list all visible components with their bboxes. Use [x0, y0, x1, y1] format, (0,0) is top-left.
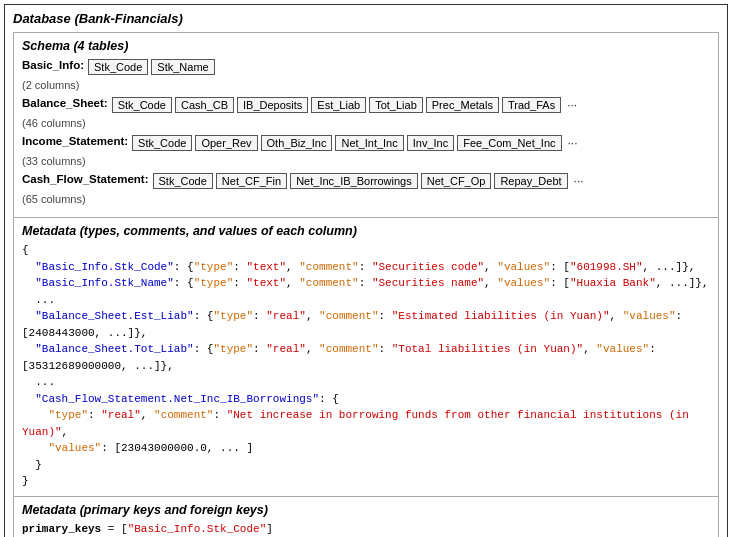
col-cash-cb: Cash_CB	[175, 97, 234, 113]
col-oper-rev: Oper_Rev	[195, 135, 257, 151]
cash-flow-ellipsis: ···	[574, 174, 584, 188]
schema-title: Schema (4 tables)	[22, 39, 710, 53]
metadata-code: { "Basic_Info.Stk_Code": {"type": "text"…	[22, 242, 710, 490]
schema-section: Schema (4 tables) Basic_Info: Stk_Code S…	[13, 32, 719, 218]
basic-info-row: Basic_Info: Stk_Code Stk_Name	[22, 59, 710, 75]
col-oth-biz-inc: Oth_Biz_Inc	[261, 135, 333, 151]
metadata-section: Metadata (types, comments, and values of…	[13, 218, 719, 497]
col-stk-name: Stk_Name	[151, 59, 214, 75]
col-net-int-inc: Net_Int_Inc	[335, 135, 403, 151]
cash-flow-label: Cash_Flow_Statement:	[22, 173, 149, 185]
main-title: Database (Bank-Financials)	[13, 11, 719, 26]
col-net-inc-ib: Net_Inc_IB_Borrowings	[290, 173, 418, 189]
pk-line: primary_keys = ["Basic_Info.Stk_Code"]	[22, 521, 710, 538]
basic-info-columns: Stk_Code Stk_Name	[88, 59, 215, 75]
basic-info-label: Basic_Info:	[22, 59, 84, 71]
basic-info-sub: (2 columns)	[22, 79, 710, 91]
col-repay-debt: Repay_Debt	[494, 173, 567, 189]
col-ib-deposits: IB_Deposits	[237, 97, 308, 113]
table-basic-info: Basic_Info: Stk_Code Stk_Name (2 columns…	[22, 59, 710, 91]
col-net-cf-op: Net_CF_Op	[421, 173, 492, 189]
table-income-statement: Income_Statement: Stk_Code Oper_Rev Oth_…	[22, 135, 710, 167]
income-ellipsis: ···	[568, 136, 578, 150]
col-prec-metals: Prec_Metals	[426, 97, 499, 113]
cash-flow-sub: (65 columns)	[22, 193, 710, 205]
pk-keyword: primary_keys	[22, 523, 101, 535]
income-statement-row: Income_Statement: Stk_Code Oper_Rev Oth_…	[22, 135, 710, 151]
cash-flow-columns: Stk_Code Net_CF_Fin Net_Inc_IB_Borrowing…	[153, 173, 584, 189]
balance-ellipsis: ···	[567, 98, 577, 112]
table-cash-flow: Cash_Flow_Statement: Stk_Code Net_CF_Fin…	[22, 173, 710, 205]
col-stk-code-2: Stk_Code	[112, 97, 172, 113]
income-statement-sub: (33 columns)	[22, 155, 710, 167]
col-inv-inc: Inv_Inc	[407, 135, 454, 151]
balance-sheet-label: Balance_Sheet:	[22, 97, 108, 109]
col-tot-liab: Tot_Liab	[369, 97, 423, 113]
col-stk-code-1: Stk_Code	[88, 59, 148, 75]
col-stk-code-4: Stk_Code	[153, 173, 213, 189]
table-balance-sheet: Balance_Sheet: Stk_Code Cash_CB IB_Depos…	[22, 97, 710, 129]
pk-section: Metadata (primary keys and foreign keys)…	[13, 497, 719, 538]
col-stk-code-3: Stk_Code	[132, 135, 192, 151]
metadata-title: Metadata (types, comments, and values of…	[22, 224, 710, 238]
balance-sheet-sub: (46 columns)	[22, 117, 710, 129]
pk-title: Metadata (primary keys and foreign keys)	[22, 503, 710, 517]
col-fee-com-net-inc: Fee_Com_Net_Inc	[457, 135, 561, 151]
balance-sheet-columns: Stk_Code Cash_CB IB_Deposits Est_Liab To…	[112, 97, 578, 113]
col-net-cf-fin: Net_CF_Fin	[216, 173, 287, 189]
col-trad-fas: Trad_FAs	[502, 97, 561, 113]
income-statement-columns: Stk_Code Oper_Rev Oth_Biz_Inc Net_Int_In…	[132, 135, 577, 151]
income-statement-label: Income_Statement:	[22, 135, 128, 147]
cash-flow-row: Cash_Flow_Statement: Stk_Code Net_CF_Fin…	[22, 173, 710, 189]
col-est-liab: Est_Liab	[311, 97, 366, 113]
outer-container: Database (Bank-Financials) Schema (4 tab…	[4, 4, 728, 537]
balance-sheet-row: Balance_Sheet: Stk_Code Cash_CB IB_Depos…	[22, 97, 710, 113]
